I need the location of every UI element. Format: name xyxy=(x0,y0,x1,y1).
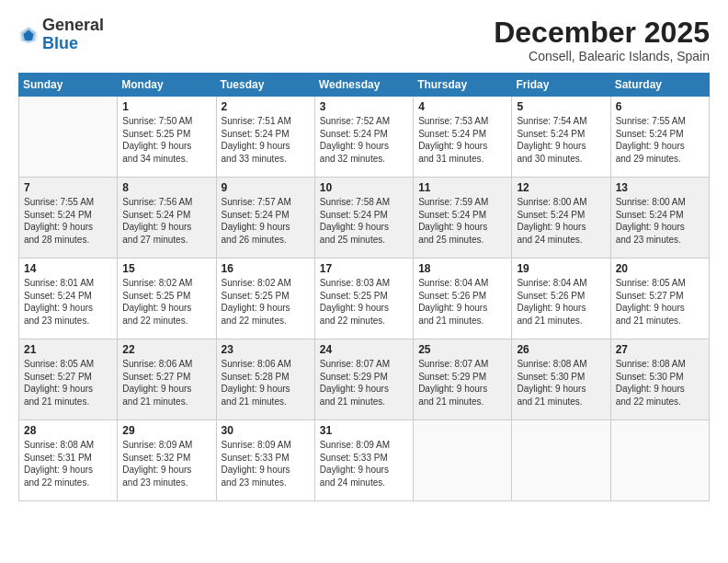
day-info: Sunrise: 7:55 AMSunset: 5:24 PMDaylight:… xyxy=(24,196,112,246)
calendar-day-cell: 29Sunrise: 8:09 AMSunset: 5:32 PMDayligh… xyxy=(118,420,216,501)
daylight-text: Daylight: 9 hoursand 22 minutes. xyxy=(122,302,210,327)
calendar-day-cell: 30Sunrise: 8:09 AMSunset: 5:33 PMDayligh… xyxy=(216,420,314,501)
calendar-day-cell: 4Sunrise: 7:53 AMSunset: 5:24 PMDaylight… xyxy=(414,97,512,178)
day-info: Sunrise: 8:08 AMSunset: 5:30 PMDaylight:… xyxy=(517,358,605,408)
calendar-day-cell: 1Sunrise: 7:50 AMSunset: 5:25 PMDaylight… xyxy=(118,97,216,178)
calendar-day-cell: 18Sunrise: 8:04 AMSunset: 5:26 PMDayligh… xyxy=(414,259,512,339)
sunrise-text: Sunrise: 8:02 AM xyxy=(222,277,310,290)
calendar-day-cell: 16Sunrise: 8:02 AMSunset: 5:25 PMDayligh… xyxy=(216,259,314,339)
calendar-day-cell: 2Sunrise: 7:51 AMSunset: 5:24 PMDaylight… xyxy=(216,97,314,178)
day-number: 8 xyxy=(122,181,210,194)
daylight-text: Daylight: 9 hoursand 21 minutes. xyxy=(418,383,506,408)
calendar-week-row: 28Sunrise: 8:08 AMSunset: 5:31 PMDayligh… xyxy=(19,420,710,501)
day-number: 19 xyxy=(517,262,605,275)
daylight-text: Daylight: 9 hoursand 31 minutes. xyxy=(418,140,506,165)
calendar-day-cell: 8Sunrise: 7:56 AMSunset: 5:24 PMDaylight… xyxy=(118,178,216,259)
day-number: 15 xyxy=(122,262,210,275)
month-title: December 2025 xyxy=(494,17,710,49)
day-info: Sunrise: 8:06 AMSunset: 5:27 PMDaylight:… xyxy=(122,358,210,408)
day-info: Sunrise: 8:00 AMSunset: 5:24 PMDaylight:… xyxy=(517,196,605,246)
sunrise-text: Sunrise: 8:06 AM xyxy=(222,358,310,371)
daylight-text: Daylight: 9 hoursand 34 minutes. xyxy=(122,140,210,165)
sunset-text: Sunset: 5:24 PM xyxy=(616,209,704,222)
sunset-text: Sunset: 5:28 PM xyxy=(222,371,310,384)
daylight-text: Daylight: 9 hoursand 23 minutes. xyxy=(24,302,112,327)
logo: General Blue xyxy=(18,17,104,53)
calendar-day-cell xyxy=(512,420,610,501)
sunset-text: Sunset: 5:30 PM xyxy=(616,371,704,384)
daylight-text: Daylight: 9 hoursand 26 minutes. xyxy=(222,221,310,246)
day-info: Sunrise: 7:54 AMSunset: 5:24 PMDaylight:… xyxy=(517,115,605,165)
day-number: 20 xyxy=(616,262,704,275)
sunset-text: Sunset: 5:33 PM xyxy=(320,452,408,465)
sunrise-text: Sunrise: 8:04 AM xyxy=(517,277,605,290)
day-number: 4 xyxy=(418,100,506,113)
day-info: Sunrise: 8:09 AMSunset: 5:33 PMDaylight:… xyxy=(222,439,310,488)
day-info: Sunrise: 8:04 AMSunset: 5:26 PMDaylight:… xyxy=(418,277,506,327)
daylight-text: Daylight: 9 hoursand 28 minutes. xyxy=(24,221,112,246)
day-info: Sunrise: 8:08 AMSunset: 5:31 PMDaylight:… xyxy=(24,439,112,488)
sunrise-text: Sunrise: 8:01 AM xyxy=(24,277,112,290)
sunset-text: Sunset: 5:27 PM xyxy=(122,371,210,384)
sunrise-text: Sunrise: 8:08 AM xyxy=(24,439,112,452)
calendar-week-row: 14Sunrise: 8:01 AMSunset: 5:24 PMDayligh… xyxy=(19,259,710,339)
day-number: 17 xyxy=(320,262,408,275)
sunset-text: Sunset: 5:26 PM xyxy=(517,290,605,303)
sunrise-text: Sunrise: 8:08 AM xyxy=(616,358,704,371)
sunset-text: Sunset: 5:24 PM xyxy=(222,128,310,141)
weekday-header-wednesday: Wednesday xyxy=(314,74,413,97)
day-info: Sunrise: 8:04 AMSunset: 5:26 PMDaylight:… xyxy=(517,277,605,327)
weekday-header-tuesday: Tuesday xyxy=(216,74,314,97)
calendar-day-cell: 5Sunrise: 7:54 AMSunset: 5:24 PMDaylight… xyxy=(512,97,610,178)
sunrise-text: Sunrise: 8:00 AM xyxy=(517,196,605,209)
sunset-text: Sunset: 5:24 PM xyxy=(418,209,506,222)
sunset-text: Sunset: 5:24 PM xyxy=(24,209,112,222)
day-info: Sunrise: 7:55 AMSunset: 5:24 PMDaylight:… xyxy=(616,115,704,165)
daylight-text: Daylight: 9 hoursand 23 minutes. xyxy=(122,464,210,488)
sunrise-text: Sunrise: 7:58 AM xyxy=(320,196,408,209)
sunset-text: Sunset: 5:24 PM xyxy=(418,128,506,141)
sunset-text: Sunset: 5:25 PM xyxy=(222,290,310,303)
sunset-text: Sunset: 5:24 PM xyxy=(517,128,605,141)
day-number: 29 xyxy=(122,424,210,437)
daylight-text: Daylight: 9 hoursand 21 minutes. xyxy=(222,383,310,408)
sunset-text: Sunset: 5:32 PM xyxy=(122,452,210,465)
sunset-text: Sunset: 5:24 PM xyxy=(122,209,210,222)
weekday-header-saturday: Saturday xyxy=(610,74,709,97)
sunset-text: Sunset: 5:29 PM xyxy=(418,371,506,384)
day-info: Sunrise: 7:51 AMSunset: 5:24 PMDaylight:… xyxy=(222,115,310,165)
calendar-table: SundayMondayTuesdayWednesdayThursdayFrid… xyxy=(18,73,710,501)
daylight-text: Daylight: 9 hoursand 22 minutes. xyxy=(222,302,310,327)
day-number: 14 xyxy=(24,262,112,275)
calendar-day-cell xyxy=(610,420,709,501)
day-info: Sunrise: 8:08 AMSunset: 5:30 PMDaylight:… xyxy=(616,358,704,408)
logo-general-text: General xyxy=(42,16,104,34)
calendar-day-cell xyxy=(19,97,118,178)
sunrise-text: Sunrise: 8:05 AM xyxy=(24,358,112,371)
sunset-text: Sunset: 5:24 PM xyxy=(24,290,112,303)
sunrise-text: Sunrise: 7:55 AM xyxy=(616,115,704,128)
day-number: 5 xyxy=(517,100,605,113)
daylight-text: Daylight: 9 hoursand 32 minutes. xyxy=(320,140,408,165)
daylight-text: Daylight: 9 hoursand 24 minutes. xyxy=(517,221,605,246)
calendar-day-cell: 10Sunrise: 7:58 AMSunset: 5:24 PMDayligh… xyxy=(314,178,413,259)
day-number: 2 xyxy=(222,100,310,113)
day-info: Sunrise: 7:50 AMSunset: 5:25 PMDaylight:… xyxy=(122,115,210,165)
day-number: 12 xyxy=(517,181,605,194)
day-number: 28 xyxy=(24,424,112,437)
sunset-text: Sunset: 5:24 PM xyxy=(517,209,605,222)
day-number: 16 xyxy=(222,262,310,275)
calendar-day-cell: 7Sunrise: 7:55 AMSunset: 5:24 PMDaylight… xyxy=(19,178,118,259)
sunrise-text: Sunrise: 7:56 AM xyxy=(122,196,210,209)
daylight-text: Daylight: 9 hoursand 33 minutes. xyxy=(222,140,310,165)
day-number: 30 xyxy=(222,424,310,437)
page-header: General Blue December 2025 Consell, Bale… xyxy=(18,17,710,63)
day-number: 9 xyxy=(222,181,310,194)
calendar-week-row: 7Sunrise: 7:55 AMSunset: 5:24 PMDaylight… xyxy=(19,178,710,259)
calendar-day-cell: 25Sunrise: 8:07 AMSunset: 5:29 PMDayligh… xyxy=(414,339,512,420)
calendar-day-cell: 24Sunrise: 8:07 AMSunset: 5:29 PMDayligh… xyxy=(314,339,413,420)
calendar-day-cell: 17Sunrise: 8:03 AMSunset: 5:25 PMDayligh… xyxy=(314,259,413,339)
day-number: 26 xyxy=(517,343,605,356)
sunrise-text: Sunrise: 8:07 AM xyxy=(418,358,506,371)
day-number: 3 xyxy=(320,100,408,113)
